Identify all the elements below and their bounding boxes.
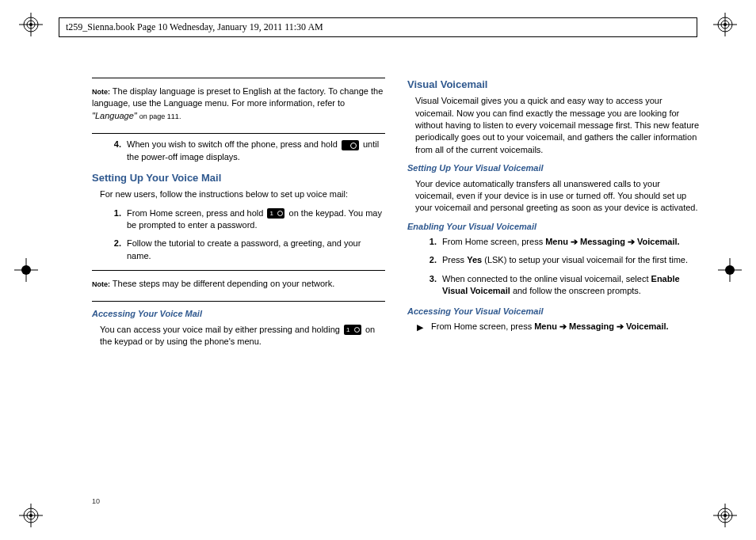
text: From Home screen, press xyxy=(442,237,545,246)
enable-step-1: From Home screen, press Menu ➔ Messaging… xyxy=(439,236,701,248)
note-label: Note: xyxy=(92,280,110,288)
registration-mark-icon xyxy=(19,504,43,527)
note-label: Note: xyxy=(92,88,110,96)
softkey-yes: Yes xyxy=(467,255,482,264)
divider xyxy=(92,133,385,134)
note-page-ref: on page 111. xyxy=(139,112,181,120)
left-column: Note: The display language is preset to … xyxy=(92,73,385,492)
svg-point-22 xyxy=(21,265,31,275)
text-a: Press xyxy=(442,255,467,264)
registration-mark-icon xyxy=(19,13,43,36)
access-vv-text: From Home screen, press Menu ➔ Messaging… xyxy=(431,321,669,334)
triangle-bullet-icon: ▶ xyxy=(417,321,423,334)
power-key-icon xyxy=(342,140,359,150)
setup-visual-voicemail-text: Your device automatically transfers all … xyxy=(415,178,701,215)
vm-step-2: Follow the tutorial to create a password… xyxy=(124,238,385,262)
heading-access-visual-voicemail: Accessing Your Visual Voicemail xyxy=(407,306,701,318)
heading-setup-visual-voicemail: Setting Up Your Visual Voicemail xyxy=(407,162,701,174)
visual-voicemail-intro: Visual Voicemail gives you a quick and e… xyxy=(415,95,701,156)
text-c: and follow the onscreen prompts. xyxy=(513,286,641,295)
note-text: These steps may be different depending o… xyxy=(113,279,334,288)
divider xyxy=(92,78,385,78)
enable-step-3: When connected to the online visual voic… xyxy=(439,273,701,298)
running-header: t259_Sienna.book Page 10 Wednesday, Janu… xyxy=(59,17,697,37)
vm-step-1: From Home screen, press and hold 1 on th… xyxy=(124,207,385,232)
menu-path: Menu ➔ Messaging ➔ Voicemail. xyxy=(545,237,679,246)
enable-step-2: Press Yes (LSK) to setup your visual voi… xyxy=(439,254,701,266)
crop-target-icon xyxy=(718,258,742,282)
heading-enable-visual-voicemail: Enabling Your Visual Voicemail xyxy=(407,221,701,233)
heading-voice-mail: Setting Up Your Voice Mail xyxy=(92,171,385,185)
text-a: From Home screen, press xyxy=(431,321,534,331)
enable-vv-steps: From Home screen, press Menu ➔ Messaging… xyxy=(407,236,701,298)
note-language: Note: The display language is preset to … xyxy=(92,83,385,127)
step-4: When you wish to switch off the phone, p… xyxy=(124,139,385,163)
step-text: From Home screen, press and hold xyxy=(127,208,265,218)
registration-mark-icon xyxy=(713,504,737,527)
note-reference: "Language" xyxy=(92,111,137,120)
heading-visual-voicemail: Visual Voicemail xyxy=(407,78,701,92)
access-vv-step: ▶ From Home screen, press Menu ➔ Messagi… xyxy=(417,321,701,334)
continued-steps: When you wish to switch off the phone, p… xyxy=(92,139,385,163)
crop-target-icon xyxy=(14,258,38,282)
menu-path: Menu ➔ Messaging ➔ Voicemail. xyxy=(534,321,668,331)
note-network: Note: These steps may be different depen… xyxy=(92,276,385,295)
text-a: You can access your voice mail by either… xyxy=(100,325,342,334)
page-columns: Note: The display language is preset to … xyxy=(92,73,701,492)
text-c: (LSK) to setup your visual voicemail for… xyxy=(484,255,688,264)
svg-point-25 xyxy=(725,265,735,275)
right-column: Visual Voicemail Visual Voicemail gives … xyxy=(407,73,701,492)
heading-access-voicemail: Accessing Your Voice Mail xyxy=(92,308,385,320)
page-number: 10 xyxy=(92,496,100,507)
voicemail-intro: For new users, follow the instructions b… xyxy=(100,188,385,200)
voicemail-steps: From Home screen, press and hold 1 on th… xyxy=(92,207,385,263)
document-page: t259_Sienna.book Page 10 Wednesday, Janu… xyxy=(0,0,756,540)
one-key-icon: 1 xyxy=(267,208,284,219)
divider xyxy=(92,301,385,302)
step-text: When you wish to switch off the phone, p… xyxy=(127,139,340,149)
text-a: When connected to the online visual voic… xyxy=(442,274,651,283)
registration-mark-icon xyxy=(713,13,737,36)
divider xyxy=(92,270,385,271)
one-key-icon: 1 xyxy=(344,325,361,335)
note-text: The display language is preset to Englis… xyxy=(92,86,383,108)
access-voicemail-text: You can access your voice mail by either… xyxy=(100,324,385,348)
